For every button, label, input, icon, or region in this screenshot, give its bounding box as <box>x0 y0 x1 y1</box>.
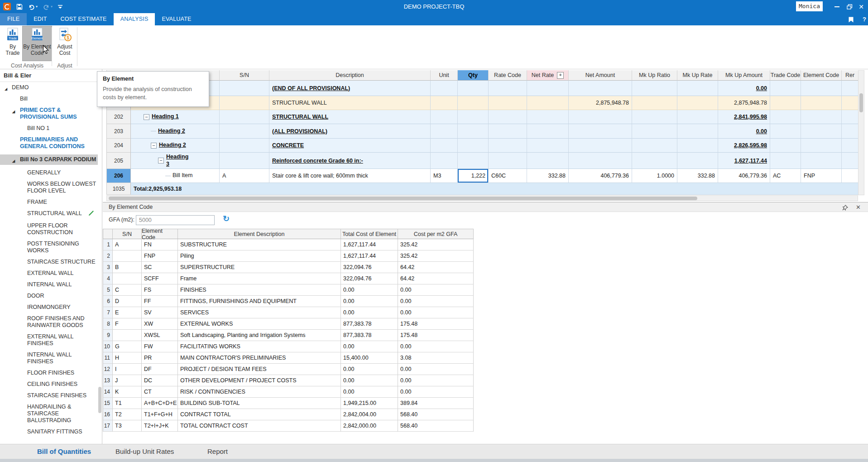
element-panel-header[interactable]: By Element Code ✕ <box>103 202 868 212</box>
grid-cell-mk_rate[interactable] <box>677 110 718 124</box>
grid-cell-net_amount[interactable] <box>569 153 632 169</box>
panel-cell-per[interactable]: 0.00 <box>398 375 474 386</box>
grid-cell-num[interactable]: 204 <box>107 139 131 153</box>
panel-cell-desc[interactable]: FINISHES <box>178 284 341 296</box>
grid-cell-trade[interactable]: AC <box>770 169 801 183</box>
panel-cell-code[interactable]: SV <box>142 307 178 318</box>
grid-cell-trade[interactable] <box>770 124 801 139</box>
grid-cell-type[interactable]: −Heading 3 <box>131 153 220 169</box>
sidebar-item-floor-finishes[interactable]: FLOOR FINISHES <box>0 370 98 376</box>
panel-col-header-element-description[interactable]: Element Description <box>178 229 341 239</box>
panel-cell-sn[interactable]: I <box>113 364 142 375</box>
scrollbar-thumb[interactable] <box>98 387 101 413</box>
panel-col-header-cost-per-m2-gfa[interactable]: Cost per m2 GFA <box>398 229 474 239</box>
grid-cell-mk_rate[interactable] <box>677 153 718 169</box>
panel-cell-total[interactable]: 0.00 <box>341 375 398 386</box>
grid-cell-mk_rate[interactable] <box>677 124 718 139</box>
help-icon[interactable]: ? <box>863 13 866 25</box>
grid-cell-qty[interactable] <box>458 153 489 169</box>
grid-cell-desc[interactable]: Stair core & lift core wall; 600mm thick <box>269 169 431 183</box>
grid-cell-element[interactable] <box>801 139 842 153</box>
grid-col-header-mk-up-amount[interactable]: Mk Up Amount <box>718 70 770 81</box>
panel-cell-per[interactable]: 175.48 <box>398 318 474 330</box>
grid-cell-net_rate[interactable] <box>527 81 569 96</box>
panel-cell-num[interactable]: 15 <box>103 398 113 409</box>
grid-cell-net_amount[interactable] <box>569 110 632 124</box>
restore-button[interactable] <box>844 0 854 13</box>
bottom-tab-build-up-unit-rates[interactable]: Build-up Unit Rates <box>115 444 174 459</box>
panel-cell-per[interactable]: 568.40 <box>398 420 474 432</box>
sidebar-item-internal-wall[interactable]: INTERNAL WALL FINISHES <box>0 351 98 365</box>
panel-cell-sn[interactable]: H <box>113 352 142 364</box>
sidebar-item-demo[interactable]: ◢DEMO <box>0 84 98 91</box>
panel-row-12[interactable]: 12IDFPROJECT / DESIGN TEAM FEES0.000.00 <box>103 364 474 375</box>
tree-expander-icon[interactable]: ◢ <box>12 158 15 164</box>
panel-cell-per[interactable]: 0.00 <box>398 307 474 318</box>
panel-cell-total[interactable]: 877,383.78 <box>341 330 398 341</box>
sidebar-item-frame[interactable]: FRAME <box>0 199 98 206</box>
collapse-icon[interactable]: − <box>144 114 149 120</box>
minimize-button[interactable] <box>832 0 842 13</box>
tree-expander-icon[interactable]: ◢ <box>12 108 15 115</box>
grid-col-header-s-n[interactable]: S/N <box>220 70 269 81</box>
panel-cell-total[interactable]: 877,383.78 <box>341 318 398 330</box>
grid-cell-qty[interactable] <box>458 139 489 153</box>
panel-cell-total[interactable]: 15,400.00 <box>341 352 398 364</box>
grid-cell-element[interactable]: FNP <box>801 169 842 183</box>
panel-cell-code[interactable]: FN <box>142 239 178 250</box>
panel-cell-desc[interactable]: MAIN CONTRACTOR'S PRELIMINARIES <box>178 352 341 364</box>
grid-cell-rem[interactable] <box>842 153 858 169</box>
menu-tab-file[interactable]: FILE <box>0 13 27 25</box>
ribbon-button-adjust-cost[interactable]: $Adjust Cost <box>53 26 76 61</box>
grid-cell-desc[interactable]: STRUCTURAL WALL <box>269 110 431 124</box>
panel-row-11[interactable]: 11HPRMAIN CONTRACTOR'S PRELIMINARIES15,4… <box>103 352 474 364</box>
panel-cell-total[interactable]: 0.00 <box>341 296 398 307</box>
grid-cell-net_amount[interactable] <box>569 139 632 153</box>
grid-cell-qty[interactable] <box>458 124 489 139</box>
grid-cell-rem[interactable] <box>842 110 858 124</box>
grid-cell-rate_code[interactable] <box>489 96 527 110</box>
panel-row-15[interactable]: 15T1A+B+C+D+EBUILDING SUB-TOTAL1,949,215… <box>103 398 474 409</box>
tree-expander-icon[interactable]: ◢ <box>5 86 7 92</box>
panel-cell-total[interactable]: 0.00 <box>341 284 398 296</box>
panel-cell-per[interactable]: 325.42 <box>398 250 474 262</box>
panel-cell-total[interactable]: 322,094.76 <box>341 262 398 273</box>
panel-cell-sn[interactable]: T2 <box>113 409 142 420</box>
grid-cell-trade[interactable] <box>770 110 801 124</box>
expand-column-icon[interactable]: + <box>557 72 564 79</box>
grid-cell-net_rate[interactable] <box>527 139 569 153</box>
panel-cell-total[interactable]: 2,842,000.00 <box>341 420 398 432</box>
grid-cell-rate_code[interactable] <box>489 139 527 153</box>
grid-horizontal-scrollbar[interactable] <box>106 195 858 201</box>
grid-cell-mk_ratio[interactable] <box>632 139 677 153</box>
panel-row-4[interactable]: 4SCFFFrame322,094.7664.42 <box>103 273 474 284</box>
flag-icon[interactable] <box>849 16 854 24</box>
panel-cell-num[interactable]: 9 <box>103 330 113 341</box>
grid-col-header-element-code[interactable]: Element Code <box>801 70 842 81</box>
panel-cell-code[interactable]: FNP <box>142 250 178 262</box>
panel-cell-sn[interactable]: K <box>113 386 142 398</box>
grid-cell-mk_ratio[interactable] <box>632 124 677 139</box>
sidebar-item-roof-finishes-and[interactable]: ROOF FINISHES AND RAINWATER GOODS <box>0 315 98 329</box>
grid-cell-mk_ratio[interactable] <box>632 96 677 110</box>
grid-col-header-mk-up-rate[interactable]: Mk Up Rate <box>677 70 718 81</box>
panel-cell-per[interactable]: 0.00 <box>398 364 474 375</box>
panel-cell-code[interactable]: SCFF <box>142 273 178 284</box>
panel-row-2[interactable]: 2FNPPiling1,627,117.44325.42 <box>103 250 474 262</box>
grid-cell-net_amount[interactable] <box>569 124 632 139</box>
panel-cell-sn[interactable]: C <box>113 284 142 296</box>
panel-cell-desc[interactable]: SERVICES <box>178 307 341 318</box>
grid-row-203[interactable]: 203Heading 2(ALL PROVISIONAL)0.00 <box>107 124 858 139</box>
panel-cell-sn[interactable]: F <box>113 318 142 330</box>
panel-cell-desc[interactable]: CONTRACT TOTAL <box>178 409 341 420</box>
panel-cell-desc[interactable]: FITTINGS, FURNISHINGS AND EQUIPMENT <box>178 296 341 307</box>
panel-col-header-element-code[interactable]: Element Code <box>142 229 178 239</box>
grid-cell-mk_rate[interactable]: 332.88 <box>677 169 718 183</box>
panel-cell-num[interactable]: 6 <box>103 296 113 307</box>
sidebar-item-ceiling-finishes[interactable]: CEILING FINISHES <box>0 381 98 388</box>
grid-cell-desc[interactable]: (END OF ALL PROVISIONAL) <box>269 81 431 96</box>
grid-col-header-trade-code[interactable]: Trade Code <box>770 70 801 81</box>
grid-cell-rem[interactable] <box>842 169 858 183</box>
grid-cell-net_rate[interactable] <box>527 153 569 169</box>
panel-cell-sn[interactable]: B <box>113 262 142 273</box>
